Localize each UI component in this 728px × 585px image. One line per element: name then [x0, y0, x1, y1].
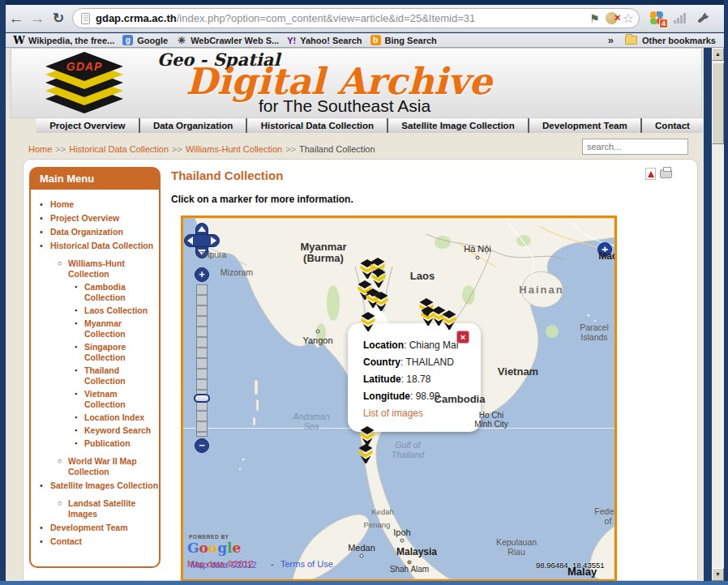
pdf-icon[interactable]: [645, 168, 656, 180]
url-bar[interactable]: gdap.crma.ac.th/index.php?option=com_con…: [72, 8, 640, 28]
sidebar-item-label: Landsat Satellite Images: [68, 498, 135, 519]
sidebar-item[interactable]: •Home: [31, 199, 159, 210]
cluster-plus-marker[interactable]: +: [597, 242, 612, 257]
map-marker-icon[interactable]: [358, 444, 373, 463]
bullet-icon: •: [40, 480, 43, 491]
sidebar-item[interactable]: •Satellite Images Collection: [31, 480, 159, 491]
nav-item[interactable]: Contact: [642, 118, 703, 133]
map-canvas[interactable]: + − + Location: Chiang MaiCountry: THAIL…: [183, 218, 615, 579]
breadcrumb-separator: >>: [285, 144, 296, 154]
signal-bars-icon[interactable]: [674, 13, 686, 23]
reload-button[interactable]: ↻: [48, 10, 69, 27]
bookmark-item[interactable]: bBing Search: [370, 35, 437, 45]
sidebar-item[interactable]: •Contact: [31, 536, 159, 547]
info-window-close-button[interactable]: ×: [456, 331, 469, 344]
sidebar-item[interactable]: ▪Laos Collection: [31, 305, 159, 316]
sidebar-item-label: Laos Collection: [84, 305, 148, 315]
sidebar-item[interactable]: ▪Thailand Collection: [31, 365, 159, 386]
breadcrumb-current: Thailand Collection: [299, 144, 375, 154]
zoom-slider-track[interactable]: [196, 284, 208, 437]
zoom-slider-handle[interactable]: [194, 394, 210, 403]
nav-item[interactable]: Development Team: [529, 118, 640, 133]
joomla-extension-icon[interactable]: 4: [649, 11, 664, 26]
bookmark-star-icon[interactable]: ☆: [623, 11, 634, 26]
sidebar-item[interactable]: ▪Publication: [31, 438, 159, 449]
nav-item[interactable]: Historical Data Collection: [247, 118, 387, 133]
window-frame-bottom: [0, 581, 728, 585]
forward-button[interactable]: →: [27, 10, 48, 28]
back-button[interactable]: ←: [6, 10, 27, 28]
sidebar-item-label: Location Index: [84, 412, 144, 422]
page-viewport: GDAP Geo - Spatial Digital Archive for T…: [6, 48, 704, 581]
flag-icon[interactable]: ⚑: [589, 12, 600, 25]
sidebar-item[interactable]: •Data Organization: [31, 227, 159, 237]
zoom-out-button[interactable]: −: [195, 438, 209, 453]
settings-wrench-icon[interactable]: [696, 12, 709, 25]
sidebar-item[interactable]: ▪Myanmar Collection: [31, 318, 159, 339]
nav-item[interactable]: Data Organization: [140, 118, 246, 133]
bookmark-item[interactable]: ✳WebCrawler Web S...: [176, 35, 279, 45]
bookmarks-overflow-chevron[interactable]: »: [608, 34, 614, 46]
terms-of-use-link[interactable]: Terms of Use: [280, 559, 333, 569]
sidebar-item[interactable]: ▪Singapore Collection: [31, 342, 159, 363]
info-value: : 18.78: [401, 374, 431, 385]
malaysia-label-cut: Malay: [567, 566, 597, 578]
window-frame-left: [0, 0, 6, 585]
google-logo[interactable]: Google: [187, 540, 241, 556]
map-pan-control[interactable]: [184, 223, 220, 258]
breadcrumb-link[interactable]: Williams-Hunt Collection: [186, 144, 282, 154]
sidebar-menu: •Home•Project Overview•Data Organization…: [29, 190, 161, 568]
sidebar-item[interactable]: ○Williams-Hunt Collection: [31, 258, 159, 280]
map-marker-icon[interactable]: [442, 310, 456, 330]
sidebar-item[interactable]: ▪Location Index: [31, 412, 159, 423]
nav-item[interactable]: Project Overview: [36, 118, 139, 133]
bookmark-item[interactable]: WWikipedia, the free...: [14, 35, 114, 45]
scrollbar-thumb[interactable]: [712, 62, 724, 144]
url-text: gdap.crma.ac.th/index.php?option=com_con…: [96, 12, 584, 24]
map-marker-icon[interactable]: [371, 268, 386, 288]
bullet-icon: •: [40, 227, 43, 237]
list-of-images-link[interactable]: List of images: [363, 405, 481, 422]
other-bookmarks-button[interactable]: Other bookmarks: [625, 36, 716, 45]
sidebar-item[interactable]: ○Landsat Satellite Images: [31, 498, 159, 519]
bookmark-item[interactable]: Y!Yahoo! Search: [287, 35, 362, 45]
bookmark-label: Yahoo! Search: [300, 36, 362, 45]
bing-icon: b: [370, 35, 381, 45]
browser-window: ← → ↻ gdap.crma.ac.th/index.php?option=c…: [0, 0, 728, 585]
cookie-blocked-icon[interactable]: [606, 12, 618, 24]
sidebar-item[interactable]: ○World War II Map Collection: [31, 456, 159, 477]
bookmarks-bar: WWikipedia, the free...gGoogle✳WebCrawle…: [6, 33, 724, 48]
map-data-attribution-overlap: Map data ©2012: [191, 560, 257, 570]
sidebar-item[interactable]: •Project Overview: [31, 213, 159, 224]
extension-badge: 4: [659, 19, 668, 28]
vertical-scrollbar[interactable]: ▲ ▼: [712, 48, 724, 581]
map-marker-icon[interactable]: [360, 426, 375, 446]
print-icon[interactable]: [660, 169, 672, 178]
bullet-icon: ▪: [75, 342, 77, 352]
sidebar-item[interactable]: ▪Cambodia Collection: [31, 282, 159, 303]
breadcrumb-link[interactable]: Historical Data Collection: [69, 144, 169, 154]
google-icon: g: [122, 35, 133, 45]
map-marker-icon[interactable]: [361, 312, 375, 331]
info-rows: Location: Chiang MaiCountry: THAILANDLat…: [363, 337, 481, 405]
sidebar-item[interactable]: •Development Team: [31, 523, 159, 533]
main-nav: Project OverviewData OrganizationHistori…: [36, 118, 703, 133]
sidebar-item[interactable]: •Historical Data Collection: [31, 241, 159, 251]
info-label: Location: [363, 339, 404, 351]
sidebar-item-label: Thailand Collection: [84, 365, 126, 386]
bookmark-item[interactable]: gGoogle: [122, 35, 168, 45]
sidebar-item[interactable]: ▪Keyword Search: [31, 425, 159, 436]
nav-item[interactable]: Satellite Image Collection: [388, 118, 528, 133]
search-input[interactable]: [582, 139, 688, 155]
sidebar-item-label: Project Overview: [50, 213, 119, 223]
sidebar-header: Main Menu: [29, 167, 161, 190]
sidebar-item[interactable]: ▪Vietnam Collection: [31, 389, 159, 410]
scroll-down-button[interactable]: ▼: [712, 568, 724, 581]
url-path: /index.php?option=com_content&view=artic…: [177, 12, 476, 24]
map-marker-icon[interactable]: [374, 292, 388, 311]
scroll-up-button[interactable]: ▲: [712, 48, 724, 61]
map-frame: + − + Location: Chiang MaiCountry: THAIL…: [181, 216, 617, 581]
zoom-in-button[interactable]: +: [195, 267, 209, 282]
breadcrumb-link[interactable]: Home: [28, 144, 52, 154]
breadcrumb-separator: >>: [172, 144, 182, 154]
